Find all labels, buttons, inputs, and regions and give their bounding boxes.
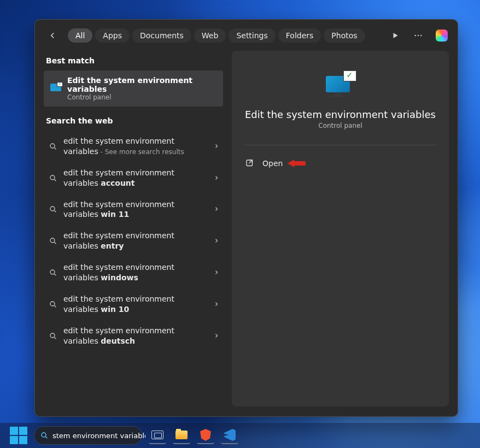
system-properties-icon: ✓ [50,84,61,93]
chevron-right-icon [213,204,220,215]
detail-subtitle: Control panel [318,122,362,129]
taskbar-search[interactable] [34,426,142,445]
web-result-item[interactable]: edit the system environment variables de… [44,320,223,352]
web-result-item[interactable]: edit the system environment variables - … [44,131,223,162]
taskbar-search-input[interactable] [52,432,145,440]
chevron-right-icon [213,141,220,151]
web-result-item[interactable]: edit the system environment variables wi… [44,288,223,320]
svg-point-7 [50,270,55,274]
web-result-item[interactable]: edit the system environment variables en… [44,225,223,257]
web-results-list: edit the system environment variables - … [44,131,223,351]
svg-point-8 [50,302,55,306]
back-button[interactable] [45,28,60,43]
results-column: Best match ✓ Edit the system environment… [44,51,223,406]
svg-point-6 [50,238,55,243]
svg-point-1 [418,34,419,36]
taskbar-file-explorer[interactable] [173,427,190,444]
search-icon [40,431,49,440]
web-result-text: edit the system environment variables en… [63,231,219,251]
search-body: Best match ✓ Edit the system environment… [35,51,458,416]
preview-toggle-icon[interactable] [390,30,401,41]
svg-point-5 [50,207,55,211]
more-options-icon[interactable] [413,30,424,41]
vscode-icon [224,429,236,441]
best-match-label: Best match [46,56,223,65]
annotation-arrow-icon [288,158,308,169]
start-button[interactable] [10,427,27,444]
tab-photos[interactable]: Photos [324,28,365,43]
header-icons [390,30,448,42]
web-result-item[interactable]: edit the system environment variables wi… [44,257,223,288]
taskbar-brave[interactable] [197,427,214,444]
taskbar-vscode[interactable] [221,427,238,444]
task-view-icon [151,431,163,439]
search-web-label: Search the web [46,116,223,125]
start-search-panel: All Apps Documents Web Settings Folders … [34,19,458,417]
tab-web[interactable]: Web [194,28,226,43]
chevron-right-icon [213,236,220,246]
open-action[interactable]: Open [244,155,284,172]
search-icon [48,237,58,245]
search-icon [48,205,58,214]
best-match-subtitle: Control panel [67,93,216,101]
web-result-text: edit the system environment variables de… [63,326,219,346]
chevron-right-icon [213,299,220,309]
web-result-text: edit the system environment variables wi… [63,199,219,220]
open-label: Open [262,159,283,168]
search-icon [48,268,58,277]
tab-documents[interactable]: Documents [132,28,191,43]
detail-pane: Edit the system environment variables Co… [232,51,449,406]
detail-title: Edit the system environment variables [245,109,436,120]
web-result-item[interactable]: edit the system environment variables ac… [44,162,223,194]
folder-icon [175,431,188,439]
web-result-text: edit the system environment variables wi… [63,294,219,315]
tab-all[interactable]: All [68,28,92,43]
tab-folders[interactable]: Folders [278,28,321,43]
web-result-text: edit the system environment variables - … [63,136,219,157]
brave-icon [200,429,211,441]
search-header: All Apps Documents Web Settings Folders … [35,20,458,51]
tab-settings[interactable]: Settings [229,28,275,43]
chevron-right-icon [213,331,220,341]
search-icon [48,300,58,309]
copilot-icon[interactable] [436,30,448,42]
svg-point-3 [50,144,55,148]
search-icon [48,142,58,151]
best-match-item[interactable]: ✓ Edit the system environment variables … [44,70,223,107]
chevron-right-icon [213,173,220,183]
svg-point-4 [50,175,55,180]
svg-point-9 [50,333,55,338]
web-result-text: edit the system environment variables ac… [63,168,219,188]
search-icon [48,174,58,182]
svg-point-2 [420,34,422,36]
svg-point-11 [42,433,46,437]
web-result-text: edit the system environment variables wi… [63,262,219,283]
chevron-right-icon [213,268,220,278]
open-icon [245,158,255,168]
tab-apps[interactable]: Apps [95,28,130,43]
svg-point-0 [415,34,416,36]
web-result-item[interactable]: edit the system environment variables wi… [44,194,223,226]
search-scope-tabs: All Apps Documents Web Settings Folders … [68,28,385,43]
search-icon [48,332,58,340]
detail-icon [325,70,356,97]
taskbar [0,423,480,448]
detail-separator [244,145,437,145]
taskbar-task-view[interactable] [149,427,166,444]
best-match-title: Edit the system environment variables [67,76,216,93]
